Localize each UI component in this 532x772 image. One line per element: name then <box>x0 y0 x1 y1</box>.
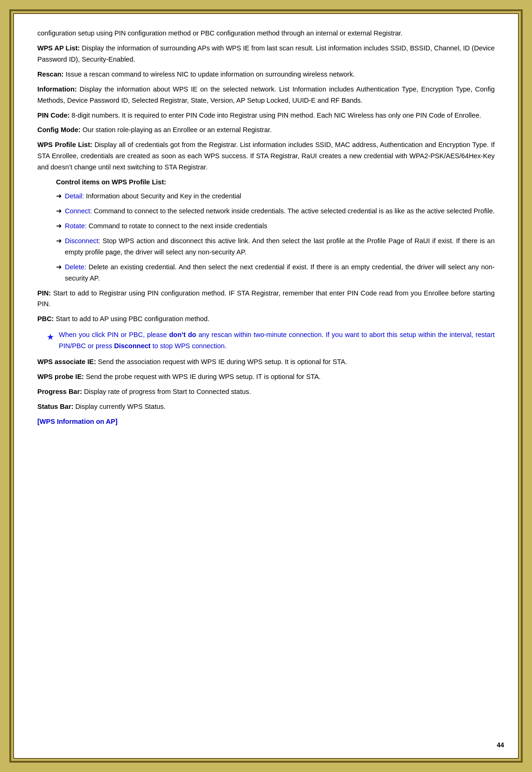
star-icon: ★ <box>47 330 54 344</box>
main-content: configuration setup using PIN configurat… <box>37 28 495 428</box>
pin-code-paragraph: PIN Code: 8-digit numbers. It is require… <box>37 110 495 121</box>
disconnect-item: ➜ Disconnect: Stop WPS action and discon… <box>56 236 495 258</box>
wps-ap-list-label: WPS AP List: <box>37 44 80 52</box>
wps-assoc-label: WPS associate IE: <box>37 358 96 365</box>
information-paragraph: Information: Display the information abo… <box>37 84 495 106</box>
config-mode-paragraph: Config Mode: Our station role-playing as… <box>37 125 495 136</box>
config-mode-label: Config Mode: <box>37 126 81 133</box>
disconnect-label: Disconnect: <box>65 237 100 245</box>
control-heading: Control items on WPS Profile List: <box>56 177 495 188</box>
inner-border: configuration setup using PIN configurat… <box>13 13 519 759</box>
delete-item: ➜ Delete: Delete an existing credential.… <box>56 262 495 284</box>
notice-text: When you click PIN or PBC, please don’t … <box>59 330 495 352</box>
connect-text: Connect: Command to connect to the selec… <box>65 206 495 217</box>
pin-code-text: 8-digit numbers. It is required to enter… <box>70 112 481 119</box>
rotate-item: ➜ Rotate: Command to rotate to connect t… <box>56 221 495 232</box>
config-mode-text: Our station role-playing as an Enrollee … <box>81 126 272 133</box>
arrow-icon-3: ➜ <box>56 221 62 232</box>
pbc-text: Start to add to AP using PBC configurati… <box>54 315 209 323</box>
page-number: 44 <box>497 741 504 749</box>
wps-assoc-text: Send the association request with WPS IE… <box>96 358 347 365</box>
pin-label: PIN: <box>37 289 51 297</box>
pin-text: Start to add to Registrar using PIN conf… <box>37 289 495 308</box>
progress-bar-text: Display rate of progress from Start to C… <box>82 388 251 395</box>
rescan-text: Issue a rescan command to wireless NIC t… <box>63 70 355 78</box>
rescan-label: Rescan: <box>37 70 63 78</box>
detail-label: Detail: <box>65 192 84 200</box>
rescan-paragraph: Rescan: Issue a rescan command to wirele… <box>37 69 495 80</box>
rotate-text: Rotate: Command to rotate to connect to … <box>65 221 495 232</box>
dont-do-text: don’t do <box>169 331 196 338</box>
wps-probe-label: WPS probe IE: <box>37 373 84 380</box>
information-text: Display the information about WPS IE on … <box>37 85 495 104</box>
wps-probe-paragraph: WPS probe IE: Send the probe request wit… <box>37 372 495 383</box>
wps-info-heading-text: [WPS Information on AP] <box>37 418 118 425</box>
pbc-label: PBC: <box>37 315 54 323</box>
wps-assoc-paragraph: WPS associate IE: Send the association r… <box>37 357 495 368</box>
notice-box: ★ When you click PIN or PBC, please don’… <box>47 330 495 352</box>
rotate-label: Rotate: <box>65 222 87 230</box>
outer-border: configuration setup using PIN configurat… <box>9 9 523 763</box>
progress-bar-label: Progress Bar: <box>37 388 82 395</box>
connect-label: Connect: <box>65 207 92 215</box>
detail-text: Detail: Information about Security and K… <box>65 191 495 202</box>
pbc-paragraph: PBC: Start to add to AP using PBC config… <box>37 314 495 325</box>
wps-info-heading: [WPS Information on AP] <box>37 416 495 428</box>
status-bar-label: Status Bar: <box>37 403 73 410</box>
wps-profile-label: WPS Profile List: <box>37 141 92 148</box>
progress-bar-paragraph: Progress Bar: Display rate of progress f… <box>37 386 495 398</box>
detail-item: ➜ Detail: Information about Security and… <box>56 191 495 202</box>
wps-profile-text: Display all of credentials got from the … <box>37 141 495 171</box>
disconnect-notice-label: Disconnect <box>114 342 150 350</box>
delete-text: Delete: Delete an existing credential. A… <box>65 262 495 284</box>
wps-profile-paragraph: WPS Profile List: Display all of credent… <box>37 140 495 173</box>
arrow-icon-5: ➜ <box>56 262 62 273</box>
status-bar-text: Display currently WPS Status. <box>73 403 165 410</box>
arrow-icon: ➜ <box>56 191 62 202</box>
connect-item: ➜ Connect: Command to connect to the sel… <box>56 206 495 217</box>
intro-paragraph: configuration setup using PIN configurat… <box>37 28 495 39</box>
delete-label: Delete: <box>65 263 86 271</box>
information-label: Information: <box>37 85 77 93</box>
pin-code-label: PIN Code: <box>37 112 70 119</box>
wps-ap-list-text: Display the information of surrounding A… <box>37 44 495 63</box>
status-bar-paragraph: Status Bar: Display currently WPS Status… <box>37 401 495 413</box>
arrow-icon-2: ➜ <box>56 206 62 217</box>
arrow-icon-4: ➜ <box>56 236 62 247</box>
pin-paragraph: PIN: Start to add to Registrar using PIN… <box>37 288 495 310</box>
wps-probe-text: Send the probe request with WPS IE durin… <box>84 373 321 380</box>
wps-ap-list-paragraph: WPS AP List: Display the information of … <box>37 43 495 65</box>
disconnect-text: Disconnect: Stop WPS action and disconne… <box>65 236 495 258</box>
